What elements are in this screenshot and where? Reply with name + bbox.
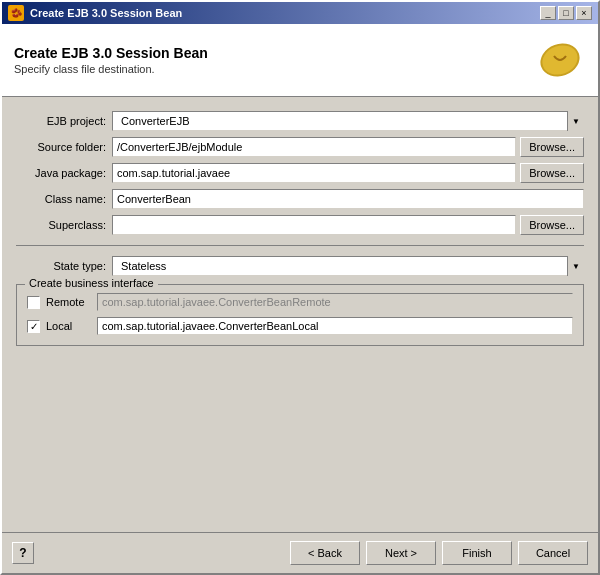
header-text: Create EJB 3.0 Session Bean Specify clas… — [14, 45, 208, 75]
header-subtitle: Specify class file destination. — [14, 63, 208, 75]
form-area: EJB project: ConverterEJB ▼ Source folde… — [2, 97, 598, 532]
java-package-row: Java package: Browse... — [16, 163, 584, 183]
title-bar-controls: _ □ × — [540, 6, 592, 20]
main-window: 🫘 Create EJB 3.0 Session Bean _ □ × Crea… — [0, 0, 600, 575]
nav-buttons: < Back Next > Finish Cancel — [290, 541, 588, 565]
ejb-project-select-wrapper: ConverterEJB ▼ — [112, 111, 584, 131]
state-type-select-wrapper: StatelessStateful ▼ — [112, 256, 584, 276]
java-package-browse-button[interactable]: Browse... — [520, 163, 584, 183]
class-name-input[interactable] — [112, 189, 584, 209]
state-type-select[interactable]: StatelessStateful — [112, 256, 584, 276]
header-panel: Create EJB 3.0 Session Bean Specify clas… — [2, 24, 598, 97]
java-package-input[interactable] — [112, 163, 516, 183]
window-icon: 🫘 — [8, 5, 24, 21]
superclass-label: Superclass: — [16, 219, 106, 231]
state-type-row: State type: StatelessStateful ▼ — [16, 256, 584, 276]
remote-checkbox-row: Remote com.sap.tutorial.javaee.Converter… — [27, 293, 573, 311]
spacer — [16, 352, 584, 524]
local-value-field: com.sap.tutorial.javaee.ConverterBeanLoc… — [97, 317, 573, 335]
title-bar-text: 🫘 Create EJB 3.0 Session Bean — [8, 5, 182, 21]
help-button[interactable]: ? — [12, 542, 34, 564]
superclass-row: Superclass: Browse... — [16, 215, 584, 235]
source-folder-browse-button[interactable]: Browse... — [520, 137, 584, 157]
remote-label: Remote — [46, 296, 91, 308]
java-package-label: Java package: — [16, 167, 106, 179]
maximize-button[interactable]: □ — [558, 6, 574, 20]
header-icon — [534, 34, 586, 86]
java-package-input-area: Browse... — [112, 163, 584, 183]
next-button[interactable]: Next > — [366, 541, 436, 565]
close-button[interactable]: × — [576, 6, 592, 20]
finish-button[interactable]: Finish — [442, 541, 512, 565]
header-title: Create EJB 3.0 Session Bean — [14, 45, 208, 61]
source-folder-row: Source folder: Browse... — [16, 137, 584, 157]
remote-checkbox[interactable] — [27, 296, 40, 309]
divider — [16, 245, 584, 246]
local-checkbox[interactable] — [27, 320, 40, 333]
class-name-input-area — [112, 189, 584, 209]
state-type-input-area: StatelessStateful ▼ — [112, 256, 584, 276]
source-folder-input[interactable] — [112, 137, 516, 157]
business-interface-group: Create business interface Remote com.sap… — [16, 284, 584, 346]
class-name-row: Class name: — [16, 189, 584, 209]
superclass-browse-button[interactable]: Browse... — [520, 215, 584, 235]
ejb-project-select[interactable]: ConverterEJB — [112, 111, 584, 131]
source-folder-input-area: Browse... — [112, 137, 584, 157]
superclass-input[interactable] — [112, 215, 516, 235]
ejb-project-row: EJB project: ConverterEJB ▼ — [16, 111, 584, 131]
minimize-button[interactable]: _ — [540, 6, 556, 20]
state-type-label: State type: — [16, 260, 106, 272]
local-checkbox-row: Local com.sap.tutorial.javaee.ConverterB… — [27, 317, 573, 335]
local-label: Local — [46, 320, 91, 332]
class-name-label: Class name: — [16, 193, 106, 205]
ejb-project-label: EJB project: — [16, 115, 106, 127]
superclass-input-area: Browse... — [112, 215, 584, 235]
ejb-project-input-area: ConverterEJB ▼ — [112, 111, 584, 131]
title-bar: 🫘 Create EJB 3.0 Session Bean _ □ × — [2, 2, 598, 24]
back-button[interactable]: < Back — [290, 541, 360, 565]
group-box-legend: Create business interface — [25, 277, 158, 289]
bean-svg-icon — [536, 36, 584, 84]
content-area: Create EJB 3.0 Session Bean Specify clas… — [2, 24, 598, 573]
remote-value-field: com.sap.tutorial.javaee.ConverterBeanRem… — [97, 293, 573, 311]
cancel-button[interactable]: Cancel — [518, 541, 588, 565]
source-folder-label: Source folder: — [16, 141, 106, 153]
bottom-bar: ? < Back Next > Finish Cancel — [2, 532, 598, 573]
